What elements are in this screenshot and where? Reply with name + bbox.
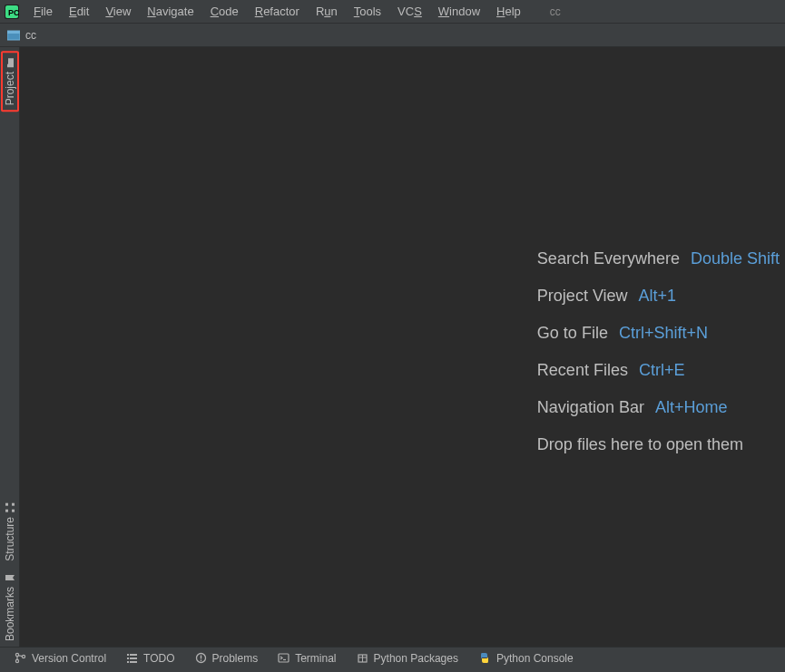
main-area: Project Structure Bookmarks Sear xyxy=(0,47,785,647)
svg-point-9 xyxy=(15,653,18,656)
hint-label: Navigation Bar xyxy=(537,398,644,417)
tool-window-label: Version Control xyxy=(32,652,106,665)
hint-label: Go to File xyxy=(537,324,608,343)
svg-rect-7 xyxy=(5,503,8,506)
tool-window-structure-label: Structure xyxy=(4,517,16,561)
menu-help[interactable]: Help xyxy=(489,2,528,21)
tool-window-python-console[interactable]: Python Console xyxy=(471,650,581,667)
hint-recent-files: Recent Files Ctrl+E xyxy=(537,361,780,380)
branch-icon xyxy=(15,652,26,664)
left-tool-strip: Project Structure Bookmarks xyxy=(0,47,20,647)
hint-shortcut[interactable]: Ctrl+Shift+N xyxy=(619,324,708,343)
tool-window-terminal[interactable]: Terminal xyxy=(270,650,343,667)
terminal-icon xyxy=(278,652,289,664)
tool-window-label: Problems xyxy=(212,652,259,665)
problems-icon xyxy=(195,652,207,664)
menu-navigate[interactable]: Navigate xyxy=(140,2,201,21)
packages-icon xyxy=(357,652,368,664)
list-icon xyxy=(126,652,138,664)
menu-file[interactable]: File xyxy=(26,2,60,21)
tool-window-todo[interactable]: TODO xyxy=(119,650,182,667)
svg-rect-6 xyxy=(12,510,15,512)
hint-shortcut[interactable]: Alt+Home xyxy=(655,398,728,417)
menubar: PC File Edit View Navigate Code Refactor… xyxy=(0,0,785,24)
svg-rect-5 xyxy=(5,510,8,512)
breadcrumb-root[interactable]: cc xyxy=(25,29,36,42)
svg-rect-13 xyxy=(130,654,137,656)
tool-window-bookmarks-label: Bookmarks xyxy=(4,587,16,641)
menu-code[interactable]: Code xyxy=(203,2,246,21)
svg-rect-12 xyxy=(127,654,129,656)
pycharm-app-icon: PC xyxy=(5,5,19,19)
hint-drop-files: Drop files here to open them xyxy=(537,435,780,454)
bookmark-icon xyxy=(5,572,15,583)
svg-rect-16 xyxy=(127,661,129,663)
svg-rect-21 xyxy=(279,654,289,662)
tool-window-label: Python Console xyxy=(496,652,574,665)
welcome-hints: Search Everywhere Double Shift Project V… xyxy=(537,240,780,454)
tool-window-project-label: Project xyxy=(4,72,16,105)
svg-rect-20 xyxy=(200,660,201,661)
svg-rect-8 xyxy=(12,503,15,506)
navigation-bar[interactable]: cc xyxy=(0,24,785,47)
structure-icon xyxy=(5,502,15,513)
menu-view[interactable]: View xyxy=(98,2,138,21)
hint-shortcut[interactable]: Alt+1 xyxy=(639,287,677,306)
tool-window-label: TODO xyxy=(143,652,174,665)
hint-label: Recent Files xyxy=(537,361,628,380)
tool-window-label: Terminal xyxy=(295,652,336,665)
svg-rect-14 xyxy=(127,657,129,659)
svg-point-11 xyxy=(22,655,25,657)
tool-window-version-control[interactable]: Version Control xyxy=(7,650,113,667)
menu-run[interactable]: Run xyxy=(309,2,345,21)
tool-window-project[interactable]: Project xyxy=(1,51,19,112)
tool-window-label: Python Packages xyxy=(374,652,458,665)
tool-window-problems[interactable]: Problems xyxy=(188,650,266,667)
menu-vcs[interactable]: VCS xyxy=(390,2,429,21)
tool-window-python-packages[interactable]: Python Packages xyxy=(349,650,466,667)
menu-tools[interactable]: Tools xyxy=(347,2,388,21)
hint-label: Search Everywhere xyxy=(537,249,680,268)
tool-window-structure[interactable]: Structure xyxy=(2,497,18,567)
tool-window-bookmarks[interactable]: Bookmarks xyxy=(2,567,18,647)
python-icon xyxy=(478,652,491,664)
svg-rect-17 xyxy=(130,661,137,663)
svg-point-10 xyxy=(15,659,18,662)
menubar-project-label: cc xyxy=(545,3,566,21)
hint-shortcut[interactable]: Ctrl+E xyxy=(639,361,685,380)
statusbar xyxy=(0,668,785,672)
hint-navigation-bar: Navigation Bar Alt+Home xyxy=(537,398,780,417)
hint-label: Project View xyxy=(537,287,628,306)
editor-empty-state[interactable]: Search Everywhere Double Shift Project V… xyxy=(20,47,785,647)
menu-refactor[interactable]: Refactor xyxy=(248,2,307,21)
hint-shortcut[interactable]: Double Shift xyxy=(691,249,780,268)
svg-text:PC: PC xyxy=(8,8,19,17)
svg-rect-4 xyxy=(7,31,20,34)
bottom-tool-strip: Version Control TODO Problems Terminal P… xyxy=(0,647,785,668)
menu-window[interactable]: Window xyxy=(431,2,487,21)
svg-rect-15 xyxy=(130,657,137,659)
hint-search-everywhere: Search Everywhere Double Shift xyxy=(537,249,780,268)
hint-go-to-file: Go to File Ctrl+Shift+N xyxy=(537,324,780,343)
menu-edit[interactable]: Edit xyxy=(62,2,96,21)
hint-project-view: Project View Alt+1 xyxy=(537,287,780,306)
folder-icon xyxy=(5,57,15,68)
module-icon xyxy=(7,29,20,42)
svg-rect-19 xyxy=(200,656,201,659)
